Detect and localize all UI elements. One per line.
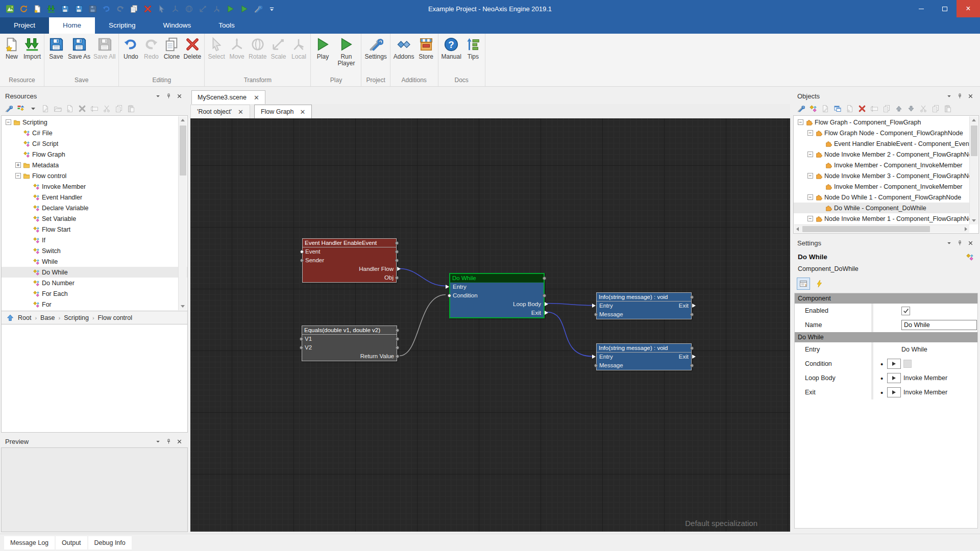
flow-node-equals[interactable]: Equals(double v1, double v2)V1V2Return V… [302,325,397,361]
bottom-tab-message-log[interactable]: Message Log [4,536,55,549]
objects-hscrollbar[interactable] [794,224,969,233]
objects-new-object-button[interactable] [845,104,855,114]
resources-tree-item-for-each[interactable]: For Each [2,288,187,299]
resources-sort-button[interactable] [16,104,26,114]
properties-tab-button[interactable] [797,278,810,290]
expander-icon[interactable]: − [15,173,21,179]
loop-body-ref-button[interactable] [887,373,901,383]
node-pin[interactable] [594,364,598,367]
menu-tab-home[interactable]: Home [49,17,95,34]
resources-tree-item-scripting[interactable]: −Scripting [2,117,187,128]
node-pin[interactable] [396,337,399,341]
ribbon-button-store[interactable]: Store [416,35,436,60]
scroll-up-icon[interactable] [181,119,185,121]
ribbon-button-save-all[interactable]: Save All [92,35,117,60]
menu-tab-windows[interactable]: Windows [150,17,205,34]
scrollbar-thumb[interactable] [802,226,930,232]
ribbon-button-settings[interactable]: Settings [363,35,388,60]
qat-move-button[interactable] [169,3,181,14]
flow-node-info-1[interactable]: Info(string message) : voidEntryExitMess… [596,292,692,319]
flow-graph-canvas[interactable]: Event Handler EnableEventEventSenderHand… [190,118,790,532]
resources-tree-item-c-file[interactable]: C# File [2,128,187,138]
scroll-down-icon[interactable] [181,305,185,308]
close-tab-icon[interactable]: ✕ [254,94,259,101]
node-pin[interactable] [397,267,401,271]
resources-sort-dropdown-button[interactable] [28,104,38,114]
qat-scale-button[interactable] [197,3,208,14]
resources-edit-button[interactable] [40,104,51,114]
breadcrumb-item-flow-control[interactable]: Flow control [98,314,132,321]
resources-tree-item-flow-start[interactable]: Flow Start [2,224,187,235]
resources-tree-item-while[interactable]: While [2,256,187,267]
expander-icon[interactable]: + [15,162,21,168]
qat-settings-button[interactable] [252,3,263,14]
node-pin[interactable] [300,346,303,349]
ribbon-button-move[interactable]: Move [227,35,247,60]
objects-tree-item-flow-graph-component-flowgraph[interactable]: −Flow Graph - Component_FlowGraph [794,117,970,128]
node-pin[interactable] [300,250,304,254]
node-pin[interactable] [396,346,399,349]
qat-clone-button[interactable] [128,3,139,14]
objects-duplicate-button[interactable] [881,104,892,114]
resources-tree-item-flow-control[interactable]: −Flow control [2,170,187,181]
bottom-tab-debug-info[interactable]: Debug Info [88,536,132,549]
condition-ref-button[interactable] [887,359,901,369]
resources-tree-item-event-handler[interactable]: Event Handler [2,192,187,203]
objects-move-down-button[interactable] [906,104,916,114]
node-pin[interactable] [395,241,399,245]
expander-icon[interactable]: − [807,130,813,136]
resources-tree-item-do-while[interactable]: Do While [2,267,187,278]
scrollbar-thumb[interactable] [180,126,186,176]
scroll-left-icon[interactable] [796,227,799,231]
qat-delete-button[interactable] [142,3,153,14]
close-button[interactable]: × [957,0,980,17]
objects-tree-item-node-invoke-member-3-component-flowgraphnode[interactable]: −Node Invoke Member 3 - Component_FlowGr… [794,170,970,181]
expander-icon[interactable]: − [798,119,803,125]
objects-tree-item-node-invoke-member-1-component-flowgraphnode[interactable]: −Node Invoke Member 1 - Component_FlowGr… [794,213,970,224]
panel-menu-button[interactable] [153,91,162,101]
expander-icon[interactable]: − [807,216,813,221]
flow-node-do-while[interactable]: Do WhileEntryConditionLoop BodyExit [449,273,545,318]
close-tab-icon[interactable]: ✕ [238,109,243,115]
ribbon-button-redo[interactable]: Redo [141,35,161,60]
objects-copy-button[interactable] [930,104,941,114]
events-tab-button[interactable] [813,278,826,290]
node-pin[interactable] [395,250,399,254]
resources-paste-button[interactable] [126,104,136,114]
ribbon-button-manual[interactable]: ?Manual [440,35,463,60]
node-pin[interactable] [545,311,548,315]
node-pin[interactable] [594,313,598,316]
breadcrumb-item-base[interactable]: Base [40,314,55,321]
ribbon-button-import[interactable]: Import [22,35,42,60]
objects-delete-button[interactable] [857,104,867,114]
node-pin[interactable] [692,304,696,308]
qat-local-button[interactable] [211,3,222,14]
scroll-right-icon[interactable] [965,227,967,231]
bottom-tab-output[interactable]: Output [56,536,87,549]
resources-scrollbar[interactable] [178,116,187,310]
enabled-checkbox[interactable] [901,307,910,315]
menu-tab-tools[interactable]: Tools [205,17,249,34]
qat-import-button[interactable] [45,3,57,14]
objects-paste-button[interactable] [943,104,953,114]
maximize-button[interactable] [933,0,957,17]
panel-close-button[interactable] [175,91,184,101]
objects-tree-item-node-invoke-member-2-component-flowgraphnode[interactable]: −Node Invoke Member 2 - Component_FlowGr… [794,149,970,160]
minimize-button[interactable] [910,0,933,17]
node-pin[interactable] [395,276,399,280]
scroll-down-icon[interactable] [972,219,976,222]
panel-close-button[interactable] [175,437,184,446]
qat-play-button[interactable] [225,3,236,14]
connection-handler-flow-to-entry[interactable] [399,269,446,286]
objects-tree-item-do-while-component-dowhile[interactable]: Do While - Component_DoWhile [794,203,970,213]
panel-pin-button[interactable] [164,437,173,446]
resources-tree-item-do-number[interactable]: Do Number [2,278,187,288]
objects-tree-item-invoke-member-component-invokemember[interactable]: Invoke Member - Component_InvokeMember [794,181,970,192]
qat-select-button[interactable] [156,3,167,14]
qat-refresh-button[interactable] [18,3,29,14]
node-pin[interactable] [690,295,694,299]
panel-menu-button[interactable] [944,238,953,247]
resources-tree-item-declare-variable[interactable]: Declare Variable [2,203,187,213]
objects-edit-button[interactable] [820,104,830,114]
resources-options-button[interactable] [4,104,14,114]
